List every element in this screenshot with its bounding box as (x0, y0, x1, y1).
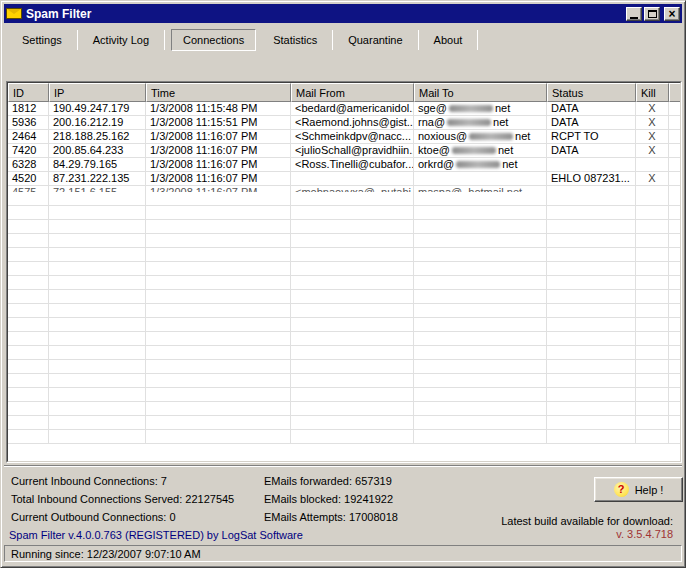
stats-right-column: EMails forwarded: 657319 EMails blocked:… (264, 472, 398, 526)
table-row-empty (8, 360, 680, 374)
table-row[interactable]: 7420200.85.64.2331/3/2008 11:16:07 PM<ju… (8, 144, 680, 158)
table-row[interactable]: 632884.29.79.1651/3/2008 11:16:07 PM<Ros… (8, 158, 680, 172)
redacted-smudge (449, 105, 493, 112)
running-since-text: Running since: 12/23/2007 9:07:10 AM (11, 548, 201, 560)
app-version-link[interactable]: Spam Filter v.4.0.0.763 (REGISTERED) by … (9, 529, 303, 541)
cell-kill[interactable]: X (636, 144, 669, 158)
cell-kill[interactable]: X (636, 172, 669, 186)
cell-mail-to: sge@net (414, 102, 547, 116)
cell-ip: 87.231.222.135 (49, 172, 146, 186)
table-row[interactable]: 2464218.188.25.1621/3/2008 11:16:07 PM<S… (8, 130, 680, 144)
table-row-empty (8, 318, 680, 332)
cell-mail-from: <Raemond.johns@gist... (291, 116, 414, 130)
help-button-label: Help ! (635, 484, 664, 496)
table-row[interactable]: 1812190.49.247.1791/3/2008 11:15:48 PM<b… (8, 102, 680, 116)
latest-build-block: Latest build available for download: v. … (501, 515, 673, 541)
cell-mail-to: orkrd@net (414, 158, 547, 172)
cell-mail-from: <Schmeinkdpv@nacc... (291, 130, 414, 144)
cell-ip: 190.49.247.179 (49, 102, 146, 116)
column-header-filler (669, 83, 680, 102)
column-header-id[interactable]: ID (8, 83, 49, 102)
status-bar: Running since: 12/23/2007 9:07:10 AM (4, 545, 682, 562)
connections-table: IDIPTimeMail FromMail ToStatusKill 18121… (6, 81, 682, 463)
cell-time: 1/3/2008 11:15:48 PM (146, 102, 291, 116)
title-bar[interactable]: Spam Filter × (4, 4, 682, 23)
cell-ip: 218.188.25.162 (49, 130, 146, 144)
cell-id: 2464 (8, 130, 49, 144)
cell-status: EHLO 087231... (547, 172, 636, 186)
cell-status: DATA (547, 144, 636, 158)
cell-kill[interactable] (636, 158, 669, 172)
table-row-empty (8, 220, 680, 234)
column-header-ip[interactable]: IP (49, 83, 146, 102)
cell-mail-from: <Ross.Tinelli@cubafor... (291, 158, 414, 172)
cell-mail-to (414, 172, 547, 186)
cell-time: 1/3/2008 11:16:07 PM (146, 144, 291, 158)
tab-separator (77, 30, 78, 50)
table-row-empty (8, 248, 680, 262)
tab-quarantine[interactable]: Quarantine (335, 30, 415, 50)
table-row-empty (8, 430, 680, 444)
close-button[interactable]: × (664, 7, 680, 21)
cell-time: 1/3/2008 11:16:07 PM (146, 158, 291, 172)
stats-left-column: Current Inbound Connections: 7 Total Inb… (11, 472, 234, 526)
minimize-button[interactable] (626, 7, 642, 21)
envelope-icon (6, 8, 22, 19)
help-button[interactable]: ? Help ! (594, 477, 683, 502)
tab-settings[interactable]: Settings (9, 30, 75, 50)
tab-connections[interactable]: Connections (171, 29, 256, 51)
redacted-smudge (456, 161, 500, 168)
maximize-button[interactable] (644, 7, 660, 21)
table-row[interactable]: 452087.231.222.1351/3/2008 11:16:07 PMEH… (8, 172, 680, 186)
table-row-empty (8, 332, 680, 346)
redacted-smudge (469, 133, 513, 140)
cell-kill[interactable]: X (636, 102, 669, 116)
cell-id: 5936 (8, 116, 49, 130)
stat-current-inbound: Current Inbound Connections: 7 (11, 472, 234, 490)
tab-statistics[interactable]: Statistics (260, 30, 330, 50)
window-controls: × (626, 7, 680, 21)
column-header-kill[interactable]: Kill (636, 83, 669, 102)
tab-about[interactable]: About (421, 30, 476, 50)
cell-time: 1/3/2008 11:15:51 PM (146, 116, 291, 130)
cell-status: DATA (547, 102, 636, 116)
cell-time: 1/3/2008 11:16:07 PM (146, 172, 291, 186)
cell-mail-from: <julioSchall@pravidhiin... (291, 144, 414, 158)
tab-activity-log[interactable]: Activity Log (80, 30, 162, 50)
minimize-icon (630, 17, 638, 19)
column-header-mail-from[interactable]: Mail From (291, 83, 414, 102)
table-row-empty (8, 234, 680, 248)
table-body: 1812190.49.247.1791/3/2008 11:15:48 PM<b… (8, 102, 680, 444)
cell-status: DATA (547, 116, 636, 130)
cell-mail-to: ktoe@net (414, 144, 547, 158)
table-row-empty (8, 304, 680, 318)
table-row-empty (8, 388, 680, 402)
cell-mail-from (291, 172, 414, 186)
cell-kill[interactable]: X (636, 116, 669, 130)
latest-build-label: Latest build available for download: (501, 515, 673, 528)
stat-total-inbound: Total Inbound Connections Served: 221275… (11, 490, 234, 508)
cell-id: 7420 (8, 144, 49, 158)
window-title: Spam Filter (26, 7, 622, 21)
column-header-mail-to[interactable]: Mail To (414, 83, 547, 102)
cell-status: RCPT TO (547, 130, 636, 144)
tab-separator (418, 30, 419, 50)
table-row-empty (8, 346, 680, 360)
table-row-empty (8, 374, 680, 388)
table-row-empty (8, 402, 680, 416)
cell-id: 6328 (8, 158, 49, 172)
spam-filter-window: Spam Filter × SettingsActivity LogConnec… (0, 0, 686, 568)
cell-ip: 84.29.79.165 (49, 158, 146, 172)
cell-id: 4520 (8, 172, 49, 186)
close-icon: × (668, 9, 675, 19)
stat-emails-forwarded: EMails forwarded: 657319 (264, 472, 398, 490)
cell-mail-to: noxious@net (414, 130, 547, 144)
column-header-status[interactable]: Status (547, 83, 636, 102)
cell-kill[interactable]: X (636, 130, 669, 144)
cell-mail-to: rna@net (414, 116, 547, 130)
latest-build-version-link[interactable]: v. 3.5.4.718 (501, 528, 673, 541)
column-header-time[interactable]: Time (146, 83, 291, 102)
table-row[interactable]: 5936200.16.212.191/3/2008 11:15:51 PM<Ra… (8, 116, 680, 130)
tab-separator (164, 30, 165, 50)
tab-separator (477, 30, 478, 50)
